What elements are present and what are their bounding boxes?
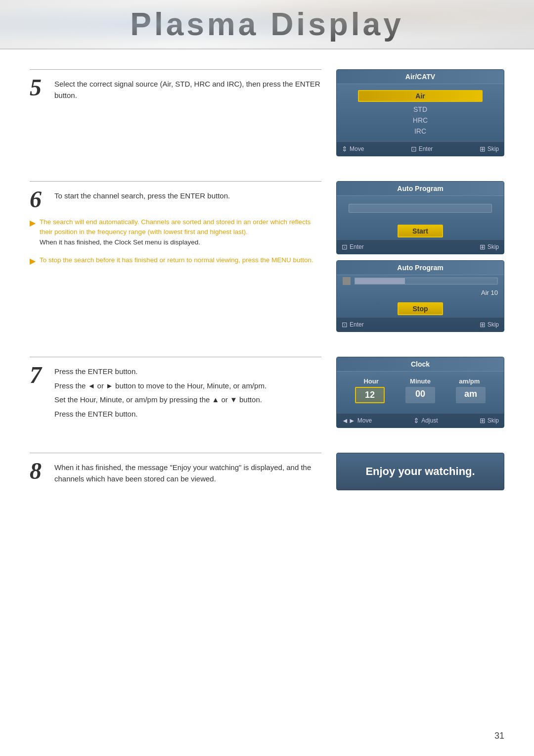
step-7-clock-body: Hour Minute am/pm 12 00 am xyxy=(337,372,504,409)
step-5-panel-body: Air STD HRC IRC xyxy=(337,84,504,142)
step-8-row: 8 When it has finished, the message "Enj… xyxy=(30,453,504,490)
step-5-row: 5 Select the correct signal source (Air,… xyxy=(30,69,504,156)
bullet-arrow-2: ▶ xyxy=(30,256,36,266)
step-7-footer-move: ◄► Move xyxy=(342,417,372,425)
step-5-footer-move: ⇕ Move xyxy=(342,145,364,153)
skip-icon: ⊞ xyxy=(480,145,486,153)
move-icon: ⇕ xyxy=(342,145,348,153)
step-8-right: Enjoy your watching. xyxy=(336,453,504,490)
step-7-line-3: Set the Hour, Minute, or am/pm by pressi… xyxy=(54,391,267,406)
step-6-panel-start-title: Auto Program xyxy=(337,182,504,196)
enter-icon-6t: ⊡ xyxy=(342,321,348,329)
hour-value: 12 xyxy=(355,387,385,403)
step-6-enter-label-start: Enter xyxy=(350,243,364,250)
step-6-btn-row-start: Start xyxy=(337,221,504,239)
step-6-panel-stop: Auto Program Air 10 Stop ⊡ Enter xyxy=(336,260,504,332)
step-7-number-block: 7 Press the ENTER button. Press the ◄ or… xyxy=(30,363,321,420)
step-6-number-block: 6 To start the channel search, press the… xyxy=(30,188,321,211)
step-5-right: Air/CATV Air STD HRC IRC ⇕ Move ⊡ xyxy=(336,69,504,156)
clock-values-row: 12 00 am xyxy=(343,387,498,403)
step-7-row: 7 Press the ENTER button. Press the ◄ or… xyxy=(30,357,504,428)
step-8-text: When it has finished, the message "Enjoy… xyxy=(54,459,321,484)
step-5-footer-skip: ⊞ Skip xyxy=(480,145,499,153)
step-5-left: 5 Select the correct signal source (Air,… xyxy=(30,69,321,107)
step-8-divider xyxy=(30,453,321,453)
step-7-right: Clock Hour Minute am/pm 12 00 am ◄ xyxy=(336,357,504,428)
minute-label: Minute xyxy=(396,378,445,385)
skip-icon-7: ⊞ xyxy=(480,417,486,425)
step-8-left: 8 When it has finished, the message "Enj… xyxy=(30,453,321,490)
step-8-number: 8 xyxy=(30,459,47,483)
page-header: Plasma Display xyxy=(0,0,534,49)
enjoy-panel: Enjoy your watching. xyxy=(336,453,504,490)
step-6-panel-stop-title: Auto Program xyxy=(337,261,504,275)
step-5-enter-label: Enter xyxy=(419,145,433,152)
step-6-progress-bar-empty xyxy=(349,204,492,213)
step-6-btn-row-stop: Stop xyxy=(337,298,504,317)
hour-label: Hour xyxy=(347,378,396,385)
step-7-left: 7 Press the ENTER button. Press the ◄ or… xyxy=(30,357,321,425)
step-5-panel-title: Air/CATV xyxy=(337,70,504,84)
step-6-footer-start: ⊡ Enter ⊞ Skip xyxy=(337,239,504,254)
step-7-skip-label: Skip xyxy=(488,417,499,424)
step-7-footer-skip: ⊞ Skip xyxy=(480,417,499,425)
step-7-line-2: Press the ◄ or ► button to move to the H… xyxy=(54,378,267,392)
step-6-stop-button[interactable]: Stop xyxy=(398,302,443,315)
skip-icon-6t: ⊞ xyxy=(480,321,486,329)
step-7-line-1: Press the ENTER button. xyxy=(54,363,267,378)
step-7-panel-title: Clock xyxy=(337,357,504,372)
step-8-number-block: 8 When it has finished, the message "Enj… xyxy=(30,459,321,484)
bullet-arrow-1: ▶ xyxy=(30,218,36,228)
step-6-enter-label-stop: Enter xyxy=(350,321,364,328)
adjust-icon: ⇕ xyxy=(413,417,419,425)
step-6-start-skip: ⊞ Skip xyxy=(480,243,499,251)
enter-icon-6s: ⊡ xyxy=(342,243,348,251)
step-5-number-block: 5 Select the correct signal source (Air,… xyxy=(30,76,321,101)
step-6-bullet-1-text: The search will end automatically. Chann… xyxy=(40,217,321,247)
step-7-panel: Clock Hour Minute am/pm 12 00 am ◄ xyxy=(336,357,504,428)
step-5-option-std: STD xyxy=(343,104,498,115)
enter-icon: ⊡ xyxy=(411,145,417,153)
step-7-text-block: Press the ENTER button. Press the ◄ or ►… xyxy=(54,363,267,420)
step-6-start-button[interactable]: Start xyxy=(398,225,443,237)
step-6-stop-skip: ⊞ Skip xyxy=(480,321,499,329)
skip-icon-6s: ⊞ xyxy=(480,243,486,251)
clock-labels-row: Hour Minute am/pm xyxy=(343,378,498,385)
step-6-bullet-1: ▶ The search will end automatically. Cha… xyxy=(30,217,321,247)
step-6-left: 6 To start the channel search, press the… xyxy=(30,181,321,274)
step-6-text: To start the channel search, press the E… xyxy=(54,188,230,202)
step-7-divider xyxy=(30,357,321,357)
ampm-value: am xyxy=(456,387,486,403)
page-number: 31 xyxy=(494,731,504,741)
step-5-option-hrc: HRC xyxy=(343,115,498,126)
ampm-label: am/pm xyxy=(445,378,494,385)
step-6-start-enter: ⊡ Enter xyxy=(342,243,364,251)
main-content: 5 Select the correct signal source (Air,… xyxy=(0,49,534,535)
progress-block xyxy=(343,277,351,285)
step-5-panel: Air/CATV Air STD HRC IRC ⇕ Move ⊡ xyxy=(336,69,504,156)
step-6-skip-label-start: Skip xyxy=(488,243,499,250)
step-5-move-label: Move xyxy=(350,145,364,152)
step-5-panel-footer: ⇕ Move ⊡ Enter ⊞ Skip xyxy=(337,142,504,156)
step-6-skip-label-stop: Skip xyxy=(488,321,499,328)
step-7-number: 7 xyxy=(30,363,47,387)
step-5-text: Select the correct signal source (Air, S… xyxy=(54,76,321,101)
step-6-right: Auto Program Start ⊡ Enter ⊞ xyxy=(336,181,504,332)
step-5-skip-label: Skip xyxy=(488,145,499,152)
step-6-panel-start: Auto Program Start ⊡ Enter ⊞ xyxy=(336,181,504,254)
step-5-option-air: Air xyxy=(358,90,482,102)
step-6-progress-row xyxy=(337,275,504,287)
step-6-number: 6 xyxy=(30,188,47,211)
step-6-stop-enter: ⊡ Enter xyxy=(342,321,364,329)
step-7-adjust-label: Adjust xyxy=(421,417,438,424)
step-7-move-label: Move xyxy=(357,417,372,424)
step-6-row: 6 To start the channel search, press the… xyxy=(30,181,504,332)
enjoy-text: Enjoy your watching. xyxy=(365,465,475,477)
header-decoration xyxy=(0,0,534,48)
minute-value: 00 xyxy=(405,387,435,403)
step-6-bullets: ▶ The search will end automatically. Cha… xyxy=(30,217,321,266)
step-5-footer-enter: ⊡ Enter xyxy=(411,145,433,153)
step-7-panel-footer: ◄► Move ⇕ Adjust ⊞ Skip xyxy=(337,413,504,427)
step-6-divider xyxy=(30,181,321,182)
step-7-footer-adjust: ⇕ Adjust xyxy=(413,417,438,425)
